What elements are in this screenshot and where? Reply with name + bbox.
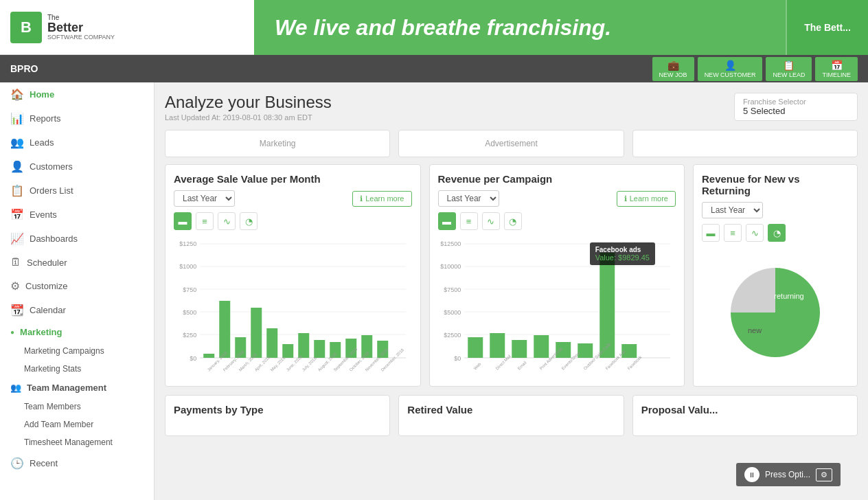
press-options-settings-button[interactable]: ⚙ [816, 468, 832, 481]
sidebar-sub-item-add-team-member[interactable]: Add Team Member [0, 416, 154, 433]
customize-icon: ⚙ [10, 280, 20, 293]
sidebar-item-dashboards[interactable]: 📈 Dashboards [0, 227, 154, 251]
pie-chart-type-icon[interactable]: ◔ [240, 212, 258, 230]
new-returning-chart-types: ▬ ≡ ∿ ◔ [702, 224, 849, 242]
new-returning-pie-area: returning new [702, 247, 849, 378]
logo-icon: B [10, 12, 42, 43]
card-revenue-campaign-title: Revenue per Campaign [438, 173, 676, 185]
svg-text:Web: Web [472, 361, 481, 370]
leads-icon: 👥 [10, 136, 24, 149]
svg-rect-50 [512, 340, 527, 358]
card-revenue-new-returning: Revenue for New vs Returning Last Year ▬… [693, 164, 858, 387]
revenue-campaign-chart-area: $12500 $10000 $7500 $5000 $2500 $0 [438, 236, 676, 373]
sidebar-item-recent[interactable]: 🕒 Recent [0, 451, 154, 475]
line-chart-type-icon-2[interactable]: ∿ [482, 212, 500, 230]
new-customer-button[interactable]: 👤 NEW CUSTOMER [698, 57, 763, 81]
partial-card-empty [632, 130, 858, 157]
sidebar-item-team-management[interactable]: 👥 Team Management [0, 378, 154, 398]
svg-text:$250: $250 [183, 332, 196, 339]
table-chart-type-icon[interactable]: ≡ [196, 212, 214, 230]
card-avg-sale-controls: Last Year ℹ Learn more [174, 190, 412, 207]
card-proposal-value: Proposal Valu... [632, 395, 858, 436]
svg-rect-12 [203, 354, 214, 358]
reports-icon: 📊 [10, 112, 24, 125]
avg-sale-chart-types: ▬ ≡ ∿ ◔ [174, 212, 412, 230]
sidebar-item-marketing[interactable]: ● Marketing [0, 322, 154, 342]
page-subtitle: Last Updated At: 2019-08-01 08:30 am EDT [165, 113, 332, 122]
partial-card-advertisement: Advertisement [398, 130, 624, 157]
recent-icon: 🕒 [10, 457, 24, 470]
sidebar-item-leads[interactable]: 👥 Leads [0, 130, 154, 155]
sidebar-item-reports[interactable]: 📊 Reports [0, 106, 154, 130]
timeline-button[interactable]: 📅 TIMELINE [815, 57, 858, 81]
svg-rect-54 [599, 253, 615, 358]
svg-text:$7500: $7500 [444, 286, 461, 293]
bar-chart-type-icon-3[interactable]: ▬ [702, 224, 720, 242]
orders-icon: 📋 [10, 184, 24, 197]
scheduler-icon: 🗓 [10, 256, 21, 269]
main-layout: 🏠 Home 📊 Reports 👥 Leads 👤 Customers 📋 O… [0, 82, 868, 500]
franchise-selector[interactable]: Franchise Selector 5 Selected [734, 93, 858, 121]
pie-chart-type-icon-2[interactable]: ◔ [504, 212, 522, 230]
new-job-button[interactable]: 💼 NEW JOB [652, 57, 694, 81]
avg-sale-period-select[interactable]: Last Year [174, 190, 235, 207]
card-avg-sale-title: Average Sale Value per Month [174, 173, 412, 185]
svg-text:$2500: $2500 [444, 332, 461, 339]
sidebar-item-customize[interactable]: ⚙ Customize [0, 274, 154, 298]
nav-actions: 💼 NEW JOB 👤 NEW CUSTOMER 📋 NEW LEAD 📅 TI… [652, 57, 858, 81]
line-chart-type-icon-3[interactable]: ∿ [746, 224, 764, 242]
sidebar-sub-item-marketing-stats[interactable]: Marketing Stats [0, 360, 154, 378]
new-returning-pie-svg: returning new [720, 258, 830, 367]
revenue-campaign-period-select[interactable]: Last Year [438, 190, 499, 207]
revenue-campaign-learn-more-button[interactable]: ℹ Learn more [617, 191, 676, 207]
press-options-overlay: ⏸ Press Opti... ⚙ [736, 463, 841, 486]
bar-chart-type-icon-2[interactable]: ▬ [438, 212, 456, 230]
sidebar-sub-item-marketing-campaigns[interactable]: Marketing Campaigns [0, 342, 154, 360]
page-title: Analyze your Business [165, 93, 332, 112]
svg-rect-48 [468, 337, 483, 358]
sidebar-sub-item-team-members[interactable]: Team Members [0, 398, 154, 416]
avg-sale-learn-more-button[interactable]: ℹ Learn more [352, 191, 411, 207]
sidebar-item-calendar[interactable]: 📆 Calendar [0, 298, 154, 322]
payments-by-type-title: Payments by Type [174, 404, 381, 416]
page-header: Analyze your Business Last Updated At: 2… [165, 93, 858, 122]
pause-button[interactable]: ⏸ [744, 467, 760, 482]
new-lead-button[interactable]: 📋 NEW LEAD [766, 57, 812, 81]
banner-brand: The Bett... [786, 0, 868, 55]
info-icon: ℹ [360, 194, 363, 203]
svg-text:$0: $0 [454, 355, 461, 362]
sidebar-item-home[interactable]: 🏠 Home [0, 82, 154, 106]
svg-rect-13 [219, 301, 230, 358]
svg-text:new: new [748, 326, 762, 334]
banner-tagline: We live and breathe franchising. [275, 15, 611, 41]
events-icon: 📅 [10, 208, 24, 221]
sidebar-sub-item-timesheet-management[interactable]: Timesheet Management [0, 433, 154, 451]
sidebar-item-orders-list[interactable]: 📋 Orders List [0, 179, 154, 203]
svg-text:$5000: $5000 [444, 309, 461, 316]
pie-chart-type-icon-3[interactable]: ◔ [768, 224, 786, 242]
info-icon-2: ℹ [624, 194, 627, 203]
sidebar-item-events[interactable]: 📅 Events [0, 203, 154, 227]
bar-chart-type-icon[interactable]: ▬ [174, 212, 192, 230]
new-returning-period-select[interactable]: Last Year [702, 202, 763, 218]
press-options-label: Press Opti... [765, 470, 810, 479]
marketing-dot-icon: ● [10, 328, 14, 336]
sidebar-item-customers[interactable]: 👤 Customers [0, 155, 154, 179]
bottom-cards: Payments by Type Retired Value Proposal … [165, 395, 858, 436]
line-chart-type-icon[interactable]: ∿ [218, 212, 236, 230]
logo-area: B The Better SOFTWARE COMPANY [0, 0, 254, 55]
dashboards-icon: 📈 [10, 232, 24, 245]
lead-icon: 📋 [783, 60, 795, 71]
svg-text:July, 2018: July, 2018 [301, 356, 318, 372]
content-area: Analyze your Business Last Updated At: 2… [155, 82, 868, 500]
table-chart-type-icon-2[interactable]: ≡ [460, 212, 478, 230]
table-chart-type-icon-3[interactable]: ≡ [724, 224, 742, 242]
avg-sale-svg: $1250 $1000 $750 $500 $250 $0 [174, 236, 412, 373]
retired-value-title: Retired Value [407, 404, 615, 416]
main-chart-cards: Average Sale Value per Month Last Year ℹ… [165, 164, 858, 387]
customer-icon: 👤 [724, 60, 736, 71]
sidebar-item-scheduler[interactable]: 🗓 Scheduler [0, 251, 154, 274]
svg-rect-49 [490, 333, 505, 358]
svg-rect-16 [266, 328, 277, 358]
avg-sale-chart-area: $1250 $1000 $750 $500 $250 $0 [174, 236, 412, 373]
